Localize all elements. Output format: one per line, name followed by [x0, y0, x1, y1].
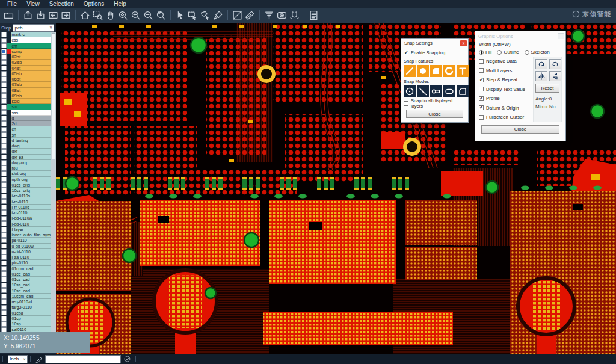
layer-name[interactable]: u-dd-0110w [11, 244, 52, 249]
layer-name[interactable]: pin-0110 [11, 260, 52, 265]
layer-checkbox[interactable] [1, 121, 7, 126]
layer-checkbox[interactable] [1, 199, 7, 205]
layer-row[interactable]: 10ss_orig [0, 188, 51, 193]
layer-checkbox[interactable] [1, 254, 7, 260]
layer-row[interactable]: 01cs_orig [0, 182, 51, 188]
layer-checkbox[interactable] [1, 249, 7, 254]
layer-checkbox[interactable] [1, 232, 7, 238]
layer-checkbox[interactable] [1, 299, 7, 304]
layer-checkbox[interactable] [1, 261, 7, 266]
radio-fill[interactable] [479, 50, 484, 55]
radio-outline[interactable] [497, 50, 502, 55]
layer-checkbox[interactable] [1, 271, 7, 277]
layer-checkbox[interactable] [1, 138, 7, 143]
layer-checkbox[interactable] [1, 88, 7, 93]
zoom-in-icon[interactable] [129, 9, 142, 22]
layer-checkbox[interactable] [1, 216, 7, 221]
layer-row[interactable]: 10sp [0, 321, 51, 327]
layer-name[interactable]: sm [11, 104, 52, 110]
download-icon[interactable] [34, 9, 47, 22]
layer-checkbox[interactable] [1, 288, 7, 294]
reset-button[interactable]: Reset [535, 84, 559, 93]
layer-row[interactable]: sss [0, 110, 51, 116]
layer-row[interactable]: 10scm_cad [0, 294, 51, 299]
checkbox-icon[interactable] [479, 105, 484, 110]
layer-name[interactable]: npth-org [11, 177, 52, 182]
layer-name[interactable]: 01cp [11, 316, 52, 321]
checkbox-icon[interactable] [479, 115, 484, 120]
layer-scrollbar[interactable] [51, 32, 56, 333]
graphic-option-step-repeat[interactable]: Step & Repeat [479, 75, 531, 85]
layer-name[interactable]: 01cba [11, 310, 52, 316]
layer-checkbox[interactable] [1, 188, 7, 193]
layer-name[interactable]: 02lst [11, 54, 52, 60]
screen-prev-icon[interactable] [47, 9, 60, 22]
layer-row[interactable]: 01cp [0, 316, 51, 321]
layer-checkbox[interactable] [1, 132, 7, 138]
layer-checkbox[interactable] [1, 305, 7, 310]
menu-file[interactable]: File [2, 0, 22, 8]
layer-row[interactable]: npth-org [0, 177, 51, 182]
layer-row[interactable]: i-rr-0110 [0, 210, 51, 215]
layer-checkbox[interactable] [1, 310, 7, 316]
snap-feature-text-icon[interactable] [457, 65, 469, 77]
layer-checkbox[interactable] [1, 194, 7, 199]
layer-row[interactable]: dwg-org [0, 160, 51, 165]
layer-row[interactable]: 03lsb [0, 60, 51, 65]
layer-row[interactable]: 01cba [0, 310, 51, 316]
notes-icon[interactable] [307, 9, 320, 22]
layer-checkbox[interactable] [1, 143, 7, 149]
checkbox-icon[interactable] [479, 78, 484, 82]
layer-checkbox[interactable] [1, 93, 7, 99]
layer-row[interactable]: i-rc-0110 [0, 199, 51, 205]
layer-row[interactable]: dxf [0, 149, 51, 154]
clear-icon[interactable] [212, 9, 224, 22]
snap-feature-line-icon[interactable] [404, 65, 416, 77]
layer-name[interactable]: 04lst [11, 66, 52, 71]
layer-checkbox[interactable] [1, 277, 7, 282]
layer-name[interactable]: 05lsb [11, 71, 52, 76]
layer-name[interactable]: i-rc-0110 [11, 199, 52, 205]
layer-row[interactable]: i-aa-0110 [0, 254, 51, 260]
menu-view[interactable]: View [22, 0, 45, 8]
layer-name[interactable]: d-tenting [11, 138, 52, 143]
layer-name[interactable]: sss [11, 110, 52, 116]
layer-name[interactable]: slot-org [11, 171, 52, 176]
zoom-area-icon[interactable] [91, 9, 104, 22]
layer-checkbox[interactable] [1, 210, 7, 215]
layer-name[interactable]: i-rc-0110s [11, 193, 52, 199]
view-options-icon[interactable] [276, 9, 288, 22]
layer-row[interactable]: u-dd-0110w [0, 244, 51, 249]
layer-row[interactable]: 09lsb [0, 93, 51, 99]
layer-row[interactable]: 10se_cad [0, 288, 51, 294]
layer-row[interactable]: mark-c [0, 32, 51, 37]
layer-checkbox[interactable] [1, 32, 7, 37]
layer-row[interactable]: sn [0, 132, 51, 138]
layer-name[interactable]: 03lsb [11, 60, 52, 65]
ruler-icon[interactable] [244, 9, 256, 22]
layer-row[interactable]: targ3-0110 [0, 304, 51, 310]
checkbox-icon[interactable] [479, 96, 484, 101]
menu-options[interactable]: Options [79, 0, 109, 8]
layer-name[interactable]: i-aa-0110 [11, 254, 52, 260]
layer-checkbox[interactable] [1, 105, 7, 110]
zoom-window-icon[interactable] [117, 9, 129, 22]
layer-checkbox[interactable] [1, 82, 7, 88]
graphic-close-button[interactable]: Close [481, 125, 559, 134]
layer-checkbox[interactable] [1, 283, 7, 288]
snap-close-button[interactable]: Close [406, 110, 463, 118]
snap-feature-pad-icon[interactable] [417, 65, 429, 77]
layer-row[interactable]: 2d [0, 121, 51, 126]
layer-row[interactable]: inner_auto_film_symb [0, 232, 51, 238]
layer-checkbox[interactable] [1, 160, 7, 165]
layer-checkbox[interactable] [1, 171, 7, 177]
step-dropdown[interactable]: pcb ∨ [13, 24, 54, 32]
layer-scrollbar-thumb[interactable] [52, 33, 55, 159]
snap-mode-center-icon[interactable] [404, 85, 416, 97]
pan-icon[interactable] [104, 9, 117, 22]
layer-name[interactable]: 2d [11, 121, 52, 126]
layer-name[interactable]: 07lsb [11, 82, 52, 87]
layer-row[interactable]: f-layer [0, 227, 51, 232]
layer-name[interactable]: pe-0110 [11, 238, 52, 243]
graphic-option-datum-origin[interactable]: Datum & Origin [479, 103, 531, 113]
